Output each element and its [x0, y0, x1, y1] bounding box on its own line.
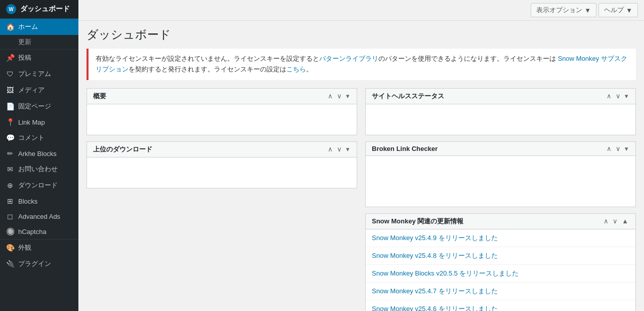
widget-overview-body	[87, 104, 357, 135]
home-icon: 🏠	[6, 23, 14, 31]
widget-top-downloads-close[interactable]: ▾	[345, 146, 351, 152]
sidebar-item-plugins[interactable]: 🔌 プラグイン	[0, 256, 78, 272]
sm-link-3[interactable]: Snow Monkey v25.4.7 をリリースしました	[366, 283, 635, 300]
sidebar-item-pages-label: 固定ページ	[18, 102, 51, 111]
wp-logo-icon: W	[6, 4, 16, 14]
widget-snow-monkey-up[interactable]: ∧	[603, 218, 610, 224]
hcaptcha-icon: 🔘	[6, 227, 14, 236]
notice-text-end: 。	[306, 65, 313, 73]
topbar: 表示オプション ▼ ヘルプ ▼	[78, 0, 644, 21]
sidebar-item-download-label: ダウンロード	[18, 181, 58, 190]
license-notice: 有効なライセンスキーが設定されていません。ライセンスキーを設定するとパターンライ…	[87, 49, 636, 80]
widget-snow-monkey-close[interactable]: ▲	[621, 218, 629, 224]
sidebar-item-appearance[interactable]: 🎨 外観	[0, 240, 78, 256]
widget-overview-header: 概要 ∧ ∨ ▾	[87, 89, 357, 104]
sidebar-header: W ダッシュボード	[0, 0, 78, 18]
sidebar-item-blocks-label: Blocks	[18, 198, 37, 205]
widget-site-health-close[interactable]: ▾	[624, 93, 629, 99]
sidebar-section-main: 🏠 ホーム 更新	[0, 18, 78, 49]
notice-text-middle: のパターンを使用できるようになります。ライセンスキーは	[378, 55, 558, 62]
sidebar-item-media-label: メディア	[18, 86, 45, 95]
sidebar-item-download[interactable]: ⊕ ダウンロード	[0, 177, 78, 193]
sidebar-item-pages[interactable]: 📄 固定ページ	[0, 98, 78, 114]
sidebar-item-plugins-label: プラグイン	[18, 259, 51, 268]
widget-site-health-header: サイトヘルスステータス ∧ ∨ ▾	[366, 89, 635, 104]
widget-top-downloads-down[interactable]: ∨	[336, 146, 343, 152]
content-area: ダッシュボード 有効なライセンスキーが設定されていません。ライセンスキーを設定す…	[78, 21, 644, 311]
sidebar: W ダッシュボード 🏠 ホーム 更新 📌 投稿 🛡 プレミアム 🖼 メディア 📄…	[0, 0, 78, 311]
advancedads-icon: ◻	[6, 212, 14, 220]
widget-overview-close[interactable]: ▾	[345, 93, 351, 99]
pages-icon: 📄	[6, 102, 14, 110]
widget-broken-link-up[interactable]: ∧	[606, 145, 613, 152]
premium-icon: 🛡	[6, 70, 14, 78]
sidebar-item-home-label: ホーム	[18, 22, 38, 31]
sidebar-item-media[interactable]: 🖼 メディア	[0, 82, 78, 98]
widget-top-downloads: 上位のダウンロード ∧ ∨ ▾	[87, 141, 357, 188]
sidebar-item-comments-label: コメント	[18, 133, 45, 142]
download-icon: ⊕	[6, 181, 14, 189]
widget-snow-monkey-controls: ∧ ∨ ▲	[603, 218, 629, 224]
sm-link-1[interactable]: Snow Monkey v25.4.8 をリリースしました	[366, 247, 635, 265]
widget-broken-link-down[interactable]: ∨	[615, 145, 622, 152]
notice-text-after: を契約すると発行されます。ライセンスキーの設定は	[128, 65, 286, 73]
sidebar-item-advancedads[interactable]: ◻ Advanced Ads	[0, 209, 78, 224]
sidebar-item-hcaptcha[interactable]: 🔘 hCaptcha	[0, 224, 78, 239]
widget-broken-link-close[interactable]: ▾	[624, 145, 629, 152]
dashboard-grid: 概要 ∧ ∨ ▾ 上位のダウンロード ∧	[87, 88, 636, 311]
page-title: ダッシュボード	[87, 27, 636, 43]
sidebar-item-arkhe-label: Arkhe Blocks	[18, 150, 57, 158]
widget-snow-monkey: Snow Monkey 関連の更新情報 ∧ ∨ ▲ Snow Monkey v2…	[365, 213, 636, 311]
notice-link-pattern-library[interactable]: パターンライブラリ	[319, 55, 378, 62]
sidebar-item-comments[interactable]: 💬 コメント	[0, 130, 78, 146]
sidebar-item-contact[interactable]: ✉ お問い合わせ	[0, 161, 78, 177]
sidebar-title: ダッシュボード	[20, 5, 70, 14]
widget-broken-link-body	[366, 156, 635, 207]
widget-snow-monkey-down[interactable]: ∨	[612, 218, 619, 224]
widget-site-health-title: サイトヘルスステータス	[372, 92, 444, 101]
sidebar-item-posts[interactable]: 📌 投稿	[0, 50, 78, 66]
sidebar-item-blocks[interactable]: ⊞ Blocks	[0, 193, 78, 209]
widget-top-downloads-controls: ∧ ∨ ▾	[327, 146, 351, 152]
media-icon: 🖼	[6, 86, 14, 94]
sidebar-item-linkmap[interactable]: 📍 Link Map	[0, 114, 78, 130]
widget-site-health-up[interactable]: ∧	[606, 93, 613, 99]
sidebar-item-home[interactable]: 🏠 ホーム	[0, 19, 78, 35]
widget-broken-link: Broken Link Checker ∧ ∨ ▾	[365, 141, 636, 207]
sidebar-item-premium[interactable]: 🛡 プレミアム	[0, 66, 78, 82]
widget-site-health: サイトヘルスステータス ∧ ∨ ▾	[365, 88, 636, 135]
widget-snow-monkey-body: Snow Monkey v25.4.9 をリリースしました Snow Monke…	[366, 229, 635, 311]
sidebar-item-arkhe[interactable]: ✏ Arkhe Blocks	[0, 146, 78, 161]
plugins-icon: 🔌	[6, 260, 14, 268]
widget-overview-down[interactable]: ∨	[336, 93, 343, 99]
display-options-button[interactable]: 表示オプション ▼	[531, 3, 596, 17]
posts-icon: 📌	[6, 54, 14, 62]
notice-text-before: 有効なライセンスキーが設定されていません。ライセンスキーを設定すると	[96, 55, 319, 62]
widget-top-downloads-up[interactable]: ∧	[327, 146, 334, 152]
widget-top-downloads-title: 上位のダウンロード	[93, 145, 152, 154]
widget-site-health-down[interactable]: ∨	[615, 93, 622, 99]
sidebar-item-hcaptcha-label: hCaptcha	[18, 228, 47, 236]
help-label: ヘルプ	[604, 6, 624, 15]
sm-link-4[interactable]: Snow Monkey v25.4.6 をリリースしました	[366, 300, 635, 311]
widget-broken-link-title: Broken Link Checker	[372, 145, 438, 152]
widget-top-downloads-header: 上位のダウンロード ∧ ∨ ▾	[87, 142, 357, 158]
notice-link-settings[interactable]: こちら	[286, 65, 306, 73]
display-options-label: 表示オプション	[536, 6, 582, 15]
sidebar-item-linkmap-label: Link Map	[18, 119, 45, 126]
sidebar-item-appearance-label: 外観	[18, 243, 31, 252]
sidebar-item-updates[interactable]: 更新	[0, 35, 78, 49]
dashboard-left-col: 概要 ∧ ∨ ▾ 上位のダウンロード ∧	[87, 88, 357, 311]
sm-link-2[interactable]: Snow Monkey Blocks v20.5.5 をリリースしました	[366, 265, 635, 283]
widget-top-downloads-body	[87, 158, 357, 188]
widget-broken-link-header: Broken Link Checker ∧ ∨ ▾	[366, 142, 635, 156]
widget-overview-up[interactable]: ∧	[327, 93, 334, 99]
blocks-icon: ⊞	[6, 197, 14, 205]
appearance-icon: 🎨	[6, 244, 14, 252]
help-button[interactable]: ヘルプ ▼	[598, 3, 638, 17]
sm-link-0[interactable]: Snow Monkey v25.4.9 をリリースしました	[366, 229, 635, 247]
sidebar-item-premium-label: プレミアム	[18, 69, 51, 79]
widget-overview: 概要 ∧ ∨ ▾	[87, 88, 357, 135]
help-chevron: ▼	[626, 7, 632, 14]
sidebar-item-contact-label: お問い合わせ	[18, 165, 58, 174]
